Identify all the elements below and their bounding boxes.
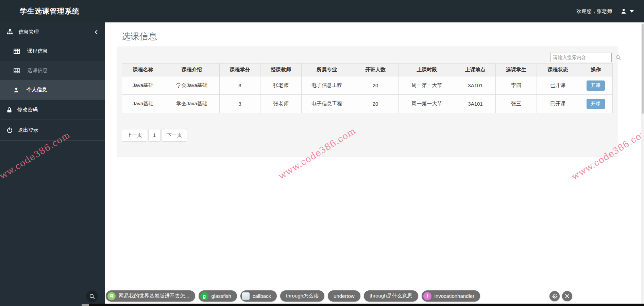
user-icon xyxy=(621,8,626,14)
cell-major: 电子信息工程 xyxy=(302,95,352,113)
page-title: 选课信息 xyxy=(122,31,644,42)
table-icon xyxy=(14,68,20,74)
cell-course-intro: 学会Java基础 xyxy=(164,76,220,95)
col-header: 课程学分 xyxy=(220,64,260,76)
suggestion-pill[interactable]: i invocationhandler xyxy=(422,290,480,302)
chevron-down-icon xyxy=(630,10,634,13)
suggestion-pill[interactable]: callback xyxy=(240,290,277,302)
cell-course-name: Java基础 xyxy=(122,95,164,113)
lock-icon xyxy=(7,107,12,113)
cell-status: 已开课 xyxy=(537,76,579,95)
table-header-row: 课程名称 课程介绍 课程学分 授课教师 所属专业 开班人数 上课时段 上课地点 … xyxy=(122,64,613,76)
close-icon xyxy=(565,294,570,299)
suggestion-pill[interactable]: g glassfish xyxy=(199,290,237,302)
cell-teacher: 张老师 xyxy=(260,76,302,95)
sidebar-item-profile-info[interactable]: 个人信息 xyxy=(0,80,105,100)
sitemap-icon xyxy=(7,29,13,35)
cell-course-name: Java基础 xyxy=(122,76,164,95)
search-suggestions-bar: 网 网易我的世界基岩版进不去怎... g glassfish callback … xyxy=(0,290,644,302)
sidebar-item-label: 个人信息 xyxy=(27,87,47,93)
user-icon xyxy=(14,87,19,93)
cell-action: 开课 xyxy=(579,76,613,95)
search-toggle-button[interactable] xyxy=(86,290,98,302)
suggestion-pill[interactable]: through怎么读 xyxy=(280,290,324,302)
glassfish-icon: g xyxy=(200,292,208,300)
welcome-text: 欢迎您，张老师 xyxy=(576,8,612,15)
sidebar-item-logout[interactable]: 退出登录 xyxy=(0,120,105,141)
cell-credits: 3 xyxy=(220,95,260,113)
app-screen: 学生选课管理系统 欢迎您，张老师 信息管理 课程信息 选课信息 个人信息 修改 xyxy=(0,0,644,306)
col-header: 选课学生 xyxy=(496,64,537,76)
col-header: 所属专业 xyxy=(302,64,352,76)
vertical-scrollbar[interactable] xyxy=(641,22,644,304)
chevron-left-icon xyxy=(94,30,98,34)
cell-class-size: 20 xyxy=(352,76,399,95)
sidebar: 信息管理 课程信息 选课信息 个人信息 修改密码 退出登录 xyxy=(0,22,105,306)
cell-time-slot: 周一第一大节 xyxy=(399,95,455,113)
suggestion-label: invocationhandler xyxy=(435,293,475,299)
sidebar-group-info-management[interactable]: 信息管理 xyxy=(0,22,105,41)
main-content: 选课信息 课程名称 课程介绍 课程学分 授课教师 xyxy=(105,22,644,306)
sidebar-group-label: 信息管理 xyxy=(18,29,94,35)
search-box xyxy=(550,53,612,62)
cell-time-slot: 周一第一大节 xyxy=(399,76,455,95)
cell-location: 3A101 xyxy=(455,76,496,95)
col-header: 开班人数 xyxy=(352,64,399,76)
next-page-button[interactable]: 下一页 xyxy=(162,129,187,142)
suggestion-pills: 网 网易我的世界基岩版进不去怎... g glassfish callback … xyxy=(106,290,480,302)
open-course-button[interactable]: 开课 xyxy=(587,80,605,91)
course-table: 课程名称 课程介绍 课程学分 授课教师 所属专业 开班人数 上课时段 上课地点 … xyxy=(122,63,613,113)
power-icon xyxy=(7,127,13,133)
cell-location: 3A101 xyxy=(455,95,496,113)
gear-icon xyxy=(552,293,558,299)
suggestion-pill[interactable]: through是什么意思 xyxy=(364,290,418,302)
taskbar-edge xyxy=(89,304,644,306)
cell-major: 电子信息工程 xyxy=(302,76,352,95)
info-icon: i xyxy=(423,292,431,300)
col-header: 操作 xyxy=(579,64,613,76)
suggestion-label: through怎么读 xyxy=(286,293,319,299)
col-header: 上课地点 xyxy=(455,64,496,76)
suggestion-label: undertow xyxy=(334,293,355,299)
sidebar-item-course-info[interactable]: 课程信息 xyxy=(0,41,105,61)
search-icon xyxy=(89,294,95,299)
close-bar-button[interactable] xyxy=(562,291,572,301)
open-course-button[interactable]: 开课 xyxy=(587,99,605,109)
netease-icon: 网 xyxy=(107,292,116,300)
sidebar-item-change-password[interactable]: 修改密码 xyxy=(0,100,105,120)
search-input[interactable] xyxy=(550,55,616,60)
scrollbar-thumb[interactable] xyxy=(642,24,644,114)
col-header: 上课时段 xyxy=(399,64,455,76)
suggestion-label: through是什么意思 xyxy=(370,293,412,299)
col-header: 课程状态 xyxy=(537,64,579,76)
suggestion-label: glassfish xyxy=(211,293,231,299)
cell-class-size: 20 xyxy=(352,95,399,113)
content-panel: 课程名称 课程介绍 课程学分 授课教师 所属专业 开班人数 上课时段 上课地点 … xyxy=(117,47,618,157)
col-header: 授课教师 xyxy=(260,64,302,76)
cell-student: 张三 xyxy=(496,95,537,113)
col-header: 课程名称 xyxy=(122,64,164,76)
settings-button[interactable] xyxy=(549,291,560,301)
sidebar-item-label: 选课信息 xyxy=(27,67,48,74)
cell-student: 李四 xyxy=(496,76,537,95)
col-header: 课程介绍 xyxy=(164,64,220,76)
suggestion-pill[interactable]: 网 网易我的世界基岩版进不去怎... xyxy=(106,290,195,302)
sidebar-item-selection-info[interactable]: 选课信息 xyxy=(0,61,105,80)
prev-page-button[interactable]: 上一页 xyxy=(122,129,147,142)
table-icon xyxy=(14,48,20,54)
cell-teacher: 张老师 xyxy=(260,95,302,113)
sidebar-item-label: 课程信息 xyxy=(27,48,48,54)
sidebar-item-label: 修改密码 xyxy=(17,107,38,113)
taskbar-notch xyxy=(82,304,89,306)
suggestion-pill[interactable]: undertow xyxy=(328,290,360,302)
page-number-button[interactable]: 1 xyxy=(148,129,160,142)
table-row: Java基础 学会Java基础 3 张老师 电子信息工程 20 周一第一大节 3… xyxy=(122,76,613,95)
table-row: Java基础 学会Java基础 3 张老师 电子信息工程 20 周一第一大节 3… xyxy=(122,95,613,113)
user-menu[interactable]: 欢迎您，张老师 xyxy=(576,8,634,15)
cell-course-intro: 学会Java基础 xyxy=(164,95,220,113)
favicon-icon xyxy=(242,292,250,300)
app-title: 学生选课管理系统 xyxy=(20,6,80,16)
search-icon[interactable] xyxy=(616,55,621,60)
top-navbar: 学生选课管理系统 欢迎您，张老师 xyxy=(0,0,644,22)
suggestion-label: callback xyxy=(253,293,271,299)
